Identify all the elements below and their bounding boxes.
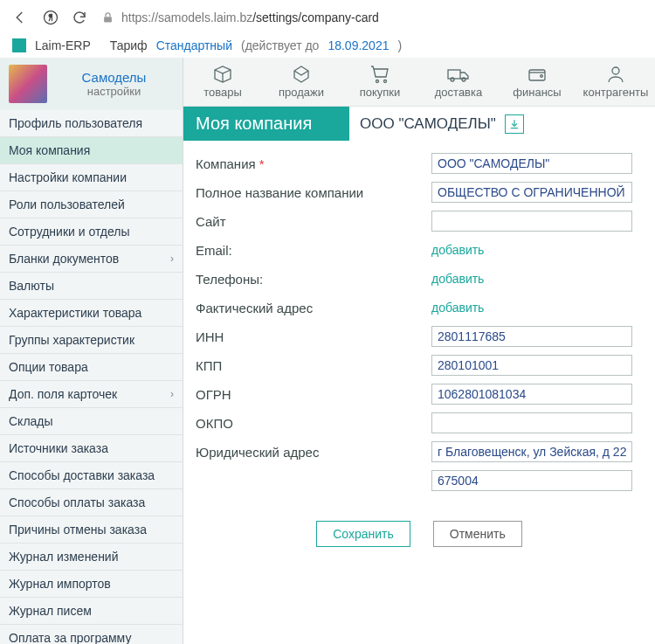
sidebar-item-label: Роли пользователей [9,197,125,211]
url-path: /settings/company-card [252,10,379,24]
browser-bar: https://samodels.laim.bz/settings/compan… [0,0,655,35]
sidebar-item-label: Журнал изменений [9,550,119,564]
inn-input[interactable] [431,326,632,347]
add-actual-address-link[interactable]: добавить [431,301,484,315]
sidebar-item[interactable]: Характеристики товара [0,300,183,327]
sidebar-header[interactable]: Самоделы настройки [0,58,183,110]
svg-rect-4 [448,70,460,79]
wallet-icon [500,63,575,86]
sidebar-item-label: Моя компания [9,143,90,157]
reload-icon[interactable] [72,10,87,25]
phones-label: Телефоны: [196,272,431,287]
sidebar-item-label: Опции товара [9,360,88,374]
sidebar-item[interactable]: Способы оплаты заказа [0,489,183,516]
nav-purchases[interactable]: покупки [341,58,419,106]
site-input[interactable] [431,211,632,232]
legal-zip-input[interactable] [431,470,632,491]
sidebar-item[interactable]: Причины отмены заказа [0,516,183,544]
nav-label: товары [185,86,260,99]
inn-label: ИНН [196,329,431,344]
chevron-right-icon: › [170,253,174,265]
nav-label: финансы [500,86,575,99]
sidebar-item-label: Группы характеристик [9,333,134,347]
sidebar-item[interactable]: Журнал импортов [0,571,183,598]
sidebar-brand: Самоделы [54,70,174,85]
url-bar[interactable]: https://samodels.laim.bz/settings/compan… [101,10,379,24]
app-bar: Laim-ERP Тариф Стандартный (действует до… [0,35,655,58]
sidebar-item[interactable]: Валюты [0,273,183,300]
sidebar-item-label: Способы оплаты заказа [9,495,145,509]
add-phone-link[interactable]: добавить [431,272,484,286]
nav-goods[interactable]: товары [183,58,262,106]
sidebar-item-label: Валюты [9,279,54,293]
ogrn-input[interactable] [431,384,632,405]
package-icon [264,63,339,86]
box-icon [185,63,260,86]
sidebar-item-label: Сотрудники и отделы [9,225,130,239]
nav-label: покупки [342,86,417,99]
email-label: Email: [196,243,431,258]
app-name: Laim-ERP [35,38,91,52]
svg-point-5 [451,78,454,81]
sidebar-item-label: Журнал писем [9,604,92,618]
yandex-icon[interactable] [42,9,58,26]
sidebar-item[interactable]: Склады [0,408,183,435]
svg-point-8 [541,75,543,78]
app-logo [12,38,26,52]
nav-label: доставка [421,86,496,99]
sidebar-item[interactable]: Оплата за программу [0,625,183,644]
nav-delivery[interactable]: доставка [419,58,498,106]
cancel-button[interactable]: Отменить [433,521,522,547]
sidebar-item[interactable]: Доп. поля карточек› [0,381,183,408]
company-logo-thumb [9,65,47,103]
tariff-until-suffix: ) [397,38,402,52]
sidebar-item[interactable]: Моя компания [0,137,183,164]
page-header: Моя компания ООО "САМОДЕЛЫ" [183,107,655,141]
sidebar-item[interactable]: Способы доставки заказа [0,462,183,489]
person-icon [578,63,653,86]
sidebar-item[interactable]: Роли пользователей [0,191,183,218]
actual-address-label: Фактический адрес [196,301,431,315]
page-subtitle: ООО "САМОДЕЛЫ" [360,115,496,133]
sidebar-item[interactable]: Журнал писем [0,598,183,625]
sidebar-item-label: Оплата за программу [9,631,131,644]
svg-point-6 [462,78,465,81]
required-mark: * [259,156,265,171]
fullname-input[interactable] [431,182,632,203]
sidebar-item[interactable]: Журнал изменений [0,544,183,571]
okpo-label: ОКПО [196,416,431,431]
add-email-link[interactable]: добавить [431,243,484,257]
sidebar-item[interactable]: Профиль пользователя [0,110,183,137]
kpp-label: КПП [196,358,431,373]
nav-sales[interactable]: продажи [262,58,341,106]
sidebar-item[interactable]: Настройки компании [0,164,183,191]
cart-icon [342,63,417,86]
sidebar-item[interactable]: Сотрудники и отделы [0,218,183,246]
legal-address-input[interactable] [431,441,632,462]
ogrn-label: ОГРН [196,387,431,402]
nav-contragents[interactable]: контрагенты [576,58,655,106]
sidebar-item[interactable]: Опции товара [0,354,183,381]
svg-point-2 [376,80,379,83]
sidebar: Самоделы настройки Профиль пользователяМ… [0,58,183,644]
truck-icon [421,63,496,86]
sidebar-item-label: Настройки компании [9,170,127,184]
okpo-input[interactable] [431,412,632,433]
company-input[interactable] [431,153,632,174]
tariff-until-date[interactable]: 18.09.2021 [328,38,389,52]
form-buttons: Сохранить Отменить [196,521,643,547]
sidebar-item[interactable]: Источники заказа [0,435,183,462]
download-button[interactable] [505,114,524,134]
top-nav: товары продажи покупки доставка финансы … [183,58,655,107]
nav-label: контрагенты [578,86,653,99]
legal-address-label: Юридический адрес [196,445,431,460]
sidebar-item[interactable]: Группы характеристик [0,327,183,354]
save-button[interactable]: Сохранить [316,521,410,547]
svg-point-3 [384,80,387,83]
kpp-input[interactable] [431,355,632,376]
tariff-plan[interactable]: Стандартный [156,38,232,52]
sidebar-item[interactable]: Бланки документов› [0,246,183,273]
nav-finance[interactable]: финансы [498,58,576,106]
fullname-label: Полное название компании [196,185,431,200]
back-icon[interactable] [12,10,28,25]
